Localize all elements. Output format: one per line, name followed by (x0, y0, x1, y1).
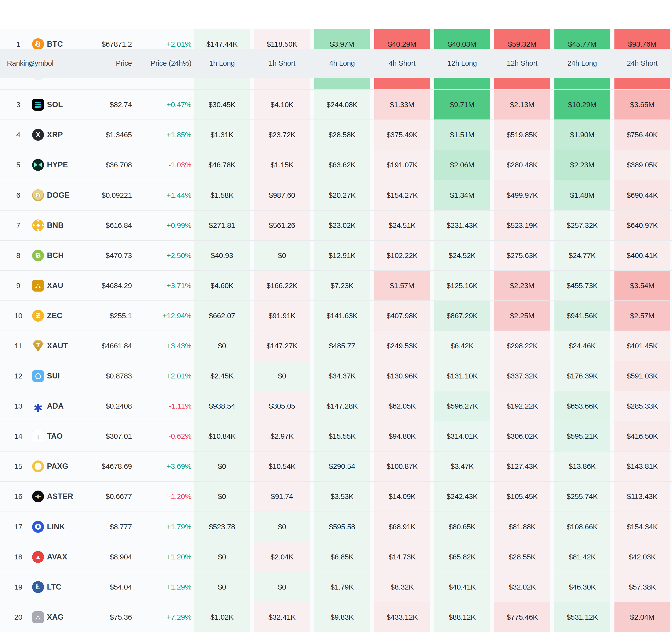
table-row[interactable]: 7BNB$616.84+0.99%$271.81$561.26$23.02K$2… (0, 210, 672, 240)
ranking-cell: 3 (9, 90, 28, 120)
header-cell-ranking[interactable]: Ranking (7, 49, 33, 78)
symbol-label: DOGE (47, 180, 70, 210)
symbol-label: TAO (47, 422, 63, 451)
sol-icon (32, 99, 44, 110)
table-row[interactable]: 8ɃBCH$470.73+2.50%$40.93$0$12.91K$102.22… (0, 240, 672, 270)
table-row[interactable]: 15PAXG$4678.69+3.69%$0$10.54K$290.54$100… (0, 451, 672, 481)
table-row[interactable]: 3SOL$82.74+0.47%$30.45K$4.10K$244.08K$1.… (0, 90, 672, 120)
header-cell-24h-long[interactable]: 24h Long (554, 49, 610, 78)
ranking-cell: 12 (9, 361, 28, 391)
price-cell: $8.904 (80, 542, 132, 572)
cell-4h-long: $20.27K (314, 180, 370, 210)
change-cell: -1.03% (137, 150, 191, 180)
table-row[interactable]: 14τTAO$307.01-0.62%$10.84K$2.97K$15.55K$… (0, 421, 672, 451)
cell-24h-short: $401.45K (615, 331, 670, 361)
cell-1h-short: $23.72K (254, 120, 310, 150)
cell-12h-long: $314.01K (434, 422, 490, 451)
cell-24h-short: $416.50K (615, 422, 670, 451)
cell-1h-short: $0 (254, 572, 310, 602)
symbol-label: PAXG (47, 452, 68, 481)
cell-4h-long: $244.08K (314, 90, 370, 120)
header-cell-1h-short[interactable]: 1h Short (254, 49, 310, 78)
table-row[interactable]: 18▲AVAX$8.904+1.20%$0$2.04K$6.85K$14.73K… (0, 542, 672, 572)
header-cell-change[interactable]: Price (24h%) (137, 49, 191, 78)
cell-1h-short: $91.91K (254, 301, 310, 331)
cell-1h-short: $1.15K (254, 150, 310, 180)
cell-24h-short: $285.33K (615, 391, 670, 421)
cell-12h-short: $499.97K (494, 180, 550, 210)
price-cell: $255.1 (80, 301, 132, 331)
price-cell: $0.6677 (80, 482, 132, 511)
cell-24h-long: $24.77K (554, 241, 610, 270)
price-cell: $4678.69 (80, 452, 132, 481)
cell-1h-long: $46.78K (194, 150, 250, 180)
price-cell: $0.09221 (80, 180, 132, 210)
symbol-label: LINK (47, 512, 65, 542)
cell-4h-long: $595.58 (314, 512, 370, 542)
symbol-label: ADA (47, 391, 64, 421)
table-row[interactable]: 13∗ADA$0.2408-1.11%$938.54$305.05$147.28… (0, 391, 672, 421)
header-cell-12h-long[interactable]: 12h Long (434, 49, 490, 78)
cell-4h-long: $63.62K (314, 150, 370, 180)
cell-24h-long: $531.12K (554, 602, 610, 632)
cell-12h-short: $105.45K (494, 482, 550, 511)
table-row[interactable]: 17LINK$8.777+1.79%$523.78$0$595.58$68.91… (0, 511, 672, 542)
btc-icon: Ƀ (32, 38, 44, 50)
price-cell: $82.74 (80, 90, 132, 120)
cell-1h-long: $40.93 (194, 241, 250, 270)
cell-4h-long: $7.23K (314, 271, 370, 300)
cell-12h-short: $775.46K (494, 602, 550, 632)
cell-12h-short: $280.48K (494, 150, 550, 180)
symbol-label: SOL (47, 90, 63, 120)
cell-1h-long: $938.54 (194, 391, 250, 421)
cell-4h-short: $24.51K (374, 210, 430, 240)
cell-4h-short: $14.09K (374, 482, 430, 511)
avax-icon: ▲ (32, 551, 44, 563)
symbol-label: XAG (47, 602, 64, 632)
cell-1h-long: $4.60K (194, 271, 250, 300)
cell-24h-long: $108.66K (554, 512, 610, 542)
header-cell-12h-short[interactable]: 12h Short (494, 49, 550, 78)
cell-4h-long: $12.91K (314, 241, 370, 270)
table-row[interactable]: 12SUI$0.8783+2.01%$2.45K$0$34.37K$130.96… (0, 361, 672, 391)
table-row[interactable]: 10ƵZEC$255.1+12.94%$662.07$91.91K$141.63… (0, 300, 672, 331)
symbol-label: ASTER (47, 482, 73, 511)
table-row[interactable]: 11₮XAUT$4661.84+3.43%$0$147.27K$485.77$2… (0, 331, 672, 361)
cell-24h-long: $24.46K (554, 331, 610, 361)
table-row[interactable]: 16ASTER$0.6677-1.20%$0$91.74$3.53K$14.09… (0, 481, 672, 511)
xrp-icon: X (32, 129, 44, 141)
ranking-cell: 4 (9, 120, 28, 150)
table-row[interactable]: 4XXRP$1.3465+1.85%$1.31K$23.72K$28.58K$3… (0, 120, 672, 150)
zec-icon: Ƶ (32, 310, 44, 322)
header-cell-4h-long[interactable]: 4h Long (314, 49, 370, 78)
cell-4h-short: $102.22K (374, 241, 430, 270)
header-cell-symbol[interactable]: Symbol (30, 49, 54, 78)
ranking-cell: 13 (9, 391, 28, 421)
price-cell: $54.04 (80, 572, 132, 602)
table-row[interactable]: 9▲ ▲▲XAU$4684.29+3.71%$4.60K$166.22K$7.2… (0, 270, 672, 300)
table-row[interactable]: 20▲ ▲▲XAG$75.36+7.29%$1.02K$32.41K$9.83K… (0, 602, 672, 632)
cell-1h-long: $0 (194, 452, 250, 481)
cell-24h-long: $1.48M (554, 180, 610, 210)
cell-1h-short: $2.97K (254, 422, 310, 451)
table-row[interactable]: 5HYPE$36.708-1.03%$46.78K$1.15K$63.62K$1… (0, 150, 672, 180)
table-row[interactable]: 6ÐDOGE$0.09221+1.44%$1.58K$987.60$20.27K… (0, 180, 672, 210)
cell-12h-short: $192.22K (494, 391, 550, 421)
header-cell-4h-short[interactable]: 4h Short (374, 49, 430, 78)
header-cell-price[interactable]: Price (80, 49, 132, 78)
cell-24h-short: $400.41K (615, 241, 670, 270)
cell-24h-short: $143.81K (615, 452, 670, 481)
cell-1h-short: $0 (254, 512, 310, 542)
cell-24h-short: $640.97K (615, 210, 670, 240)
table-row[interactable]: 19ŁLTC$54.04+1.29%$0$0$1.79K$8.32K$40.41… (0, 572, 672, 602)
cell-12h-short: $306.02K (494, 422, 550, 451)
header-cell-24h-short[interactable]: 24h Short (615, 49, 670, 78)
cell-12h-long: $242.43K (434, 482, 490, 511)
cell-4h-short: $154.27K (374, 180, 430, 210)
header-cell-1h-long[interactable]: 1h Long (194, 49, 250, 78)
cell-12h-short: $28.55K (494, 542, 550, 572)
change-cell: +7.29% (137, 602, 191, 632)
cell-1h-short: $10.54K (254, 452, 310, 481)
liquidation-heatmap-table: 1ɃBTC$67871.2+2.01%$147.44K$118.50K$3.97… (0, 0, 672, 632)
cell-1h-short: $0 (254, 241, 310, 270)
